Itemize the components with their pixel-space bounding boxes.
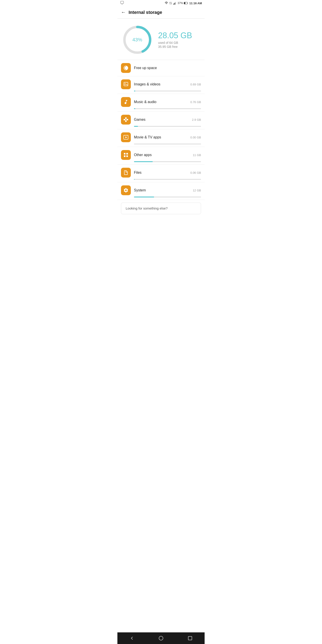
item-label-4: Other apps: [134, 153, 190, 157]
item-size-3: 0.00 GB: [190, 136, 201, 139]
page-content: 43% 28.05 GB used of 64 GB 35.95 GB free…: [118, 18, 204, 230]
storage-list-item[interactable]: Music & audio 0.76 GB: [118, 94, 204, 112]
back-button[interactable]: ←: [121, 10, 126, 15]
nav-recents-button[interactable]: [183, 633, 197, 643]
item-size-5: 0.06 GB: [190, 171, 201, 174]
item-label-5: Files: [134, 170, 187, 175]
battery-icon: [184, 2, 188, 4]
storage-info: 28.05 GB used of 64 GB 35.95 GB free: [158, 31, 199, 48]
svg-rect-20: [188, 636, 192, 640]
looking-banner-text: Looking for something else?: [126, 206, 168, 210]
svg-rect-7: [188, 3, 188, 4]
storage-list-item[interactable]: Images & videos 0.69 GB: [118, 76, 204, 94]
recents-nav-icon: [188, 636, 193, 641]
svg-marker-14: [126, 136, 127, 138]
image-icon: [121, 80, 131, 89]
donut-chart: 43%: [123, 25, 152, 54]
wifi-icon: [164, 1, 168, 5]
item-bar-5: [134, 179, 201, 180]
home-nav-icon: [158, 636, 164, 641]
item-size-6: 12 GB: [193, 189, 201, 192]
svg-rect-15: [124, 153, 126, 154]
item-bar-2: [134, 126, 201, 127]
item-size-1: 0.76 GB: [190, 100, 201, 104]
svg-rect-8: [184, 2, 185, 4]
item-bar-4: [134, 161, 201, 162]
item-bar-fill-5: [134, 179, 134, 180]
storage-used-gb: 28.05 GB: [158, 31, 199, 40]
games-icon: [121, 115, 131, 124]
item-label-6: System: [134, 188, 190, 192]
page-title: Internal storage: [128, 10, 162, 15]
storage-list-item[interactable]: Movie & TV apps 0.00 GB: [118, 129, 204, 147]
cleanup-icon: [123, 65, 128, 71]
storage-summary: 43% 28.05 GB used of 64 GB 35.95 GB free: [118, 18, 204, 60]
status-icons: 37% 11:16 AM: [164, 1, 202, 5]
item-bar-1: [134, 108, 201, 109]
donut-percent: 43%: [132, 37, 142, 43]
item-bar-fill-2: [134, 126, 138, 127]
status-bar-notification-icon: [120, 1, 124, 6]
item-bar-fill-1: [134, 108, 135, 109]
storage-used-label: used of 64 GB: [158, 41, 199, 44]
svg-rect-11: [124, 82, 128, 86]
item-label-3: Movie & TV apps: [134, 135, 187, 139]
music-icon: [121, 97, 131, 107]
nav-back-button[interactable]: [125, 633, 139, 643]
bottom-nav: [118, 632, 204, 644]
svg-point-19: [159, 636, 163, 640]
svg-rect-4: [175, 2, 175, 4]
header: ← Internal storage: [118, 6, 204, 18]
item-size-2: 2.9 GB: [192, 118, 201, 122]
item-bar-fill-6: [134, 196, 154, 198]
storage-list: Images & videos 0.69 GB Music & audio 0.…: [118, 76, 204, 200]
nav-home-button[interactable]: [154, 633, 168, 643]
signal-icon: [173, 1, 177, 5]
files-icon: [121, 168, 131, 178]
back-nav-icon: [129, 636, 134, 641]
free-up-space-item[interactable]: Free up space: [118, 60, 204, 76]
free-up-label: Free up space: [134, 66, 157, 70]
looking-banner[interactable]: Looking for something else?: [121, 202, 201, 214]
item-bar-3: [134, 144, 201, 144]
item-label-2: Games: [134, 118, 189, 122]
apps-icon: [121, 150, 131, 160]
movie-icon: [121, 132, 131, 142]
item-label-0: Images & videos: [134, 82, 187, 86]
item-bar-fill-4: [134, 161, 153, 162]
svg-rect-0: [120, 1, 124, 4]
svg-line-1: [170, 2, 172, 4]
storage-list-item[interactable]: Files 0.06 GB: [118, 164, 204, 182]
svg-rect-16: [126, 153, 128, 154]
no-sim-icon: [169, 2, 172, 5]
item-bar-fill-0: [134, 90, 135, 92]
svg-rect-3: [174, 3, 174, 5]
storage-list-item[interactable]: Other apps 11 GB: [118, 147, 204, 164]
storage-list-item[interactable]: System 12 GB: [118, 182, 204, 200]
status-bar: 37% 11:16 AM: [118, 0, 204, 6]
svg-rect-18: [126, 156, 128, 157]
item-label-1: Music & audio: [134, 100, 187, 104]
item-bar-0: [134, 90, 201, 92]
svg-rect-5: [176, 2, 176, 5]
system-icon: [121, 185, 131, 195]
svg-rect-2: [173, 4, 174, 5]
free-up-icon: [121, 63, 131, 73]
item-bar-6: [134, 196, 201, 198]
item-size-0: 0.69 GB: [190, 83, 201, 86]
storage-free-label: 35.95 GB free: [158, 45, 199, 48]
battery-percent: 37%: [178, 2, 183, 5]
storage-list-item[interactable]: Games 2.9 GB: [118, 112, 204, 129]
item-size-4: 11 GB: [193, 154, 201, 157]
time-display: 11:16 AM: [189, 2, 202, 5]
svg-rect-17: [124, 156, 126, 157]
